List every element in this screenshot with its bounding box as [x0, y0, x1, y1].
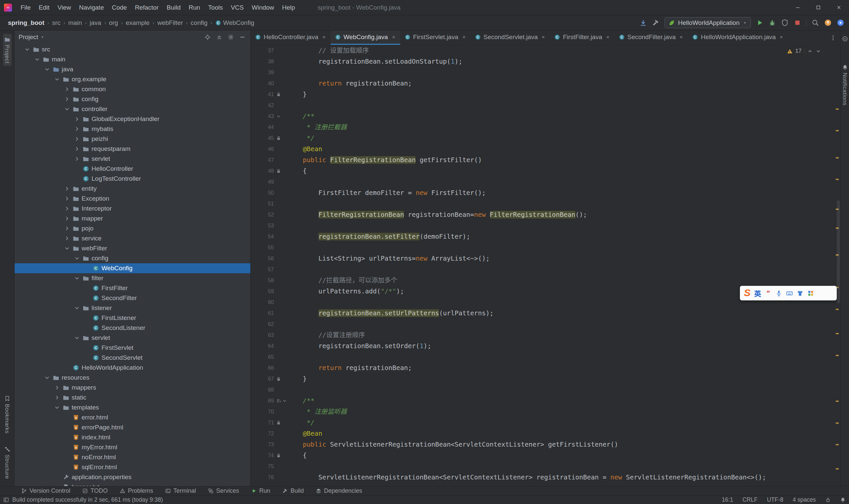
lock-icon[interactable]	[276, 453, 281, 458]
ide-update-icon[interactable]	[824, 19, 832, 26]
chevron-right-icon[interactable]	[74, 146, 80, 152]
status-message[interactable]: Build completed successfully in 2 sec, 6…	[12, 497, 163, 503]
close-tab-icon[interactable]	[606, 35, 610, 39]
toolwindow-button-todo[interactable]: TODO	[82, 487, 108, 494]
error-stripe-mark[interactable]	[836, 130, 839, 131]
code-line-42[interactable]: 42	[251, 100, 841, 111]
toolwindow-button-problems[interactable]: Problems	[120, 487, 153, 494]
code-editor[interactable]: 17 37 // 设置加载顺序38 registrationBean.setLo…	[251, 45, 841, 486]
chevron-right-icon[interactable]	[64, 235, 70, 242]
code-line-47[interactable]: 47 public FilterRegistrationBean getFirs…	[251, 155, 841, 165]
code-line-57[interactable]: 57	[251, 264, 841, 275]
debug-icon[interactable]	[769, 19, 776, 26]
lock-icon[interactable]	[276, 376, 281, 382]
code-line-37[interactable]: 37 // 设置加载顺序	[251, 45, 841, 56]
ime-toolbar[interactable]: S 英 ”	[740, 286, 837, 301]
menu-window[interactable]: Window	[248, 0, 278, 15]
error-stripe-mark[interactable]	[836, 355, 839, 356]
ime-mode-label[interactable]: 英	[754, 288, 761, 298]
stop-icon[interactable]	[794, 19, 801, 26]
tree-item-controller[interactable]: controller	[15, 104, 250, 114]
run-icon[interactable]	[756, 19, 763, 26]
tree-item-myError.html[interactable]: 5myError.html	[15, 442, 250, 452]
lock-icon[interactable]	[276, 92, 281, 97]
error-stripe-mark[interactable]	[836, 108, 839, 110]
code-line-46[interactable]: 46 @Bean	[251, 144, 841, 155]
tree-item-mappers[interactable]: mappers	[15, 383, 250, 393]
tree-item-FirstListener[interactable]: CFirstListener	[15, 313, 250, 323]
close-tab-icon[interactable]	[462, 35, 466, 39]
coverage-icon[interactable]	[781, 19, 789, 26]
code-line-39[interactable]: 39	[251, 67, 841, 78]
tree-item-Interceptor[interactable]: Interceptor	[15, 203, 250, 214]
code-line-56[interactable]: 56 List<String> urlPatterns=new ArrayLis…	[251, 253, 841, 264]
tree-item-peizhi[interactable]: peizhi	[15, 134, 250, 144]
menu-view[interactable]: View	[53, 0, 75, 15]
hide-panel-icon[interactable]	[239, 34, 246, 40]
code-line-67[interactable]: 67 }	[251, 373, 841, 384]
tree-item-HelloController[interactable]: CHelloController	[15, 164, 250, 174]
update-project-icon[interactable]	[639, 19, 647, 26]
toolwindow-button-run[interactable]: Run	[251, 487, 270, 494]
tree-item-org.example[interactable]: org.example	[15, 74, 250, 84]
chevron-right-icon[interactable]	[74, 116, 80, 122]
microphone-icon[interactable]	[775, 290, 782, 297]
code-line-40[interactable]: 40 return registrationBean;	[251, 78, 841, 89]
error-stripe-mark[interactable]	[836, 333, 839, 334]
tree-item-servlet[interactable]: servlet	[15, 333, 250, 343]
breadcrumb-item-main[interactable]: main	[67, 19, 83, 27]
tree-item-common[interactable]: common	[15, 84, 250, 94]
tab-WebConfig.java[interactable]: CWebConfig.java	[331, 31, 400, 45]
error-stripe-mark[interactable]	[836, 309, 839, 310]
chevron-right-icon[interactable]	[54, 384, 60, 391]
code-line-63[interactable]: 63 //设置注册顺序	[251, 329, 841, 341]
tree-item-src[interactable]: src	[15, 44, 250, 54]
tab-HelloController.java[interactable]: CHelloController.java	[251, 31, 331, 45]
code-line-43[interactable]: 43 /**	[251, 111, 841, 122]
close-tab-icon[interactable]	[322, 35, 326, 39]
breadcrumb-item-org[interactable]: org	[107, 19, 119, 27]
tree-item-SecondFilter[interactable]: CSecondFilter	[15, 293, 250, 303]
lock-icon[interactable]	[276, 168, 281, 174]
tree-item-banner.txt[interactable]: banner.txt	[15, 482, 250, 486]
tree-item-noError.html[interactable]: 5noError.html	[15, 452, 250, 462]
chevron-right-icon[interactable]	[74, 136, 80, 142]
maximize-button[interactable]	[808, 0, 828, 15]
menu-refactor[interactable]: Refactor	[131, 0, 163, 15]
tree-item-GlobalExceptionHandler[interactable]: GlobalExceptionHandler	[15, 114, 250, 124]
code-with-me-icon[interactable]	[837, 19, 844, 26]
tree-item-WebConfig[interactable]: CWebConfig	[15, 263, 250, 273]
minimize-button[interactable]	[787, 0, 808, 15]
project-panel-title[interactable]: Project	[19, 34, 38, 41]
code-line-61[interactable]: 61 registrationBean.setUrlPatterns(urlPa…	[251, 308, 841, 319]
code-line-38[interactable]: 38 registrationBean.setLoadOnStartup(1);	[251, 56, 841, 67]
tree-item-FirstServlet[interactable]: CFirstServlet	[15, 343, 250, 353]
tree-item-webFilter[interactable]: webFilter	[15, 244, 250, 253]
chevron-right-icon[interactable]	[74, 156, 80, 162]
code-line-52[interactable]: 52 FilterRegistrationBean registrationBe…	[251, 209, 841, 220]
toolwindow-button-services[interactable]: Services	[208, 487, 239, 494]
run-configuration-select[interactable]: HelloWorldApplication	[665, 17, 751, 28]
lock-icon[interactable]	[276, 136, 281, 141]
tree-item-sqlError.html[interactable]: 5sqlError.html	[15, 462, 250, 472]
close-tab-icon[interactable]	[779, 35, 784, 39]
chevron-down-icon[interactable]	[54, 404, 60, 411]
tree-item-config[interactable]: config	[15, 94, 250, 104]
breadcrumb-item-java[interactable]: java	[88, 19, 103, 27]
more-tabs-icon[interactable]	[830, 35, 836, 41]
tab-SecondFilter.java[interactable]: CSecondFilter.java	[615, 31, 688, 45]
skin-icon[interactable]	[797, 290, 803, 297]
code-line-66[interactable]: 66 return registrationBean;	[251, 362, 841, 373]
code-line-58[interactable]: 58 //拦截路径，可以添加多个	[251, 275, 841, 286]
code-line-76[interactable]: 76 ServletListenerRegistrationBean<Servl…	[251, 472, 841, 483]
chevron-right-icon[interactable]	[64, 195, 70, 202]
tree-item-resources[interactable]: resources	[15, 373, 250, 383]
menu-file[interactable]: File	[17, 0, 35, 15]
chevron-down-icon[interactable]	[74, 275, 80, 282]
editor-scrollbar[interactable]	[837, 200, 840, 303]
chevron-down-icon[interactable]	[34, 56, 40, 63]
breadcrumb-item-WebConfig[interactable]: CWebConfig	[214, 19, 256, 27]
error-stripe-mark[interactable]	[836, 400, 839, 402]
tree-item-HelloWorldApplication[interactable]: CHelloWorldApplication	[15, 363, 250, 373]
chevron-right-icon[interactable]	[64, 205, 70, 212]
